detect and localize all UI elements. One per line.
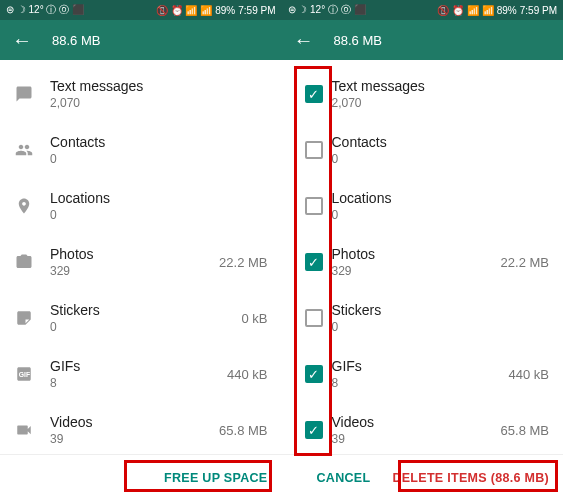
delete-items-button[interactable]: DELETE ITEMS (88.6 MB) [392,471,549,485]
text-col: Text messages 2,070 [50,78,208,110]
checkbox[interactable]: ✓ [305,365,323,383]
check-col: ✓ [296,365,332,383]
list-item[interactable]: Locations 0 [0,178,282,234]
item-size: 65.8 MB [489,423,549,438]
item-label: Videos [50,414,208,430]
item-label: Contacts [50,134,208,150]
item-label: Contacts [332,134,490,150]
item-label: Videos [332,414,490,430]
icon-col [14,85,50,103]
text-col: Contacts 0 [332,134,490,166]
list-item[interactable]: Videos 39 65.8 MB [0,402,282,454]
item-label: Locations [50,190,208,206]
list-item[interactable]: Locations 0 [282,178,564,234]
gif-icon: GIF [14,365,34,383]
list-item[interactable]: Stickers 0 0 kB [0,290,282,346]
text-col: Locations 0 [50,190,208,222]
video-icon [14,421,34,439]
check-col [296,309,332,327]
check-icon: ✓ [308,256,319,269]
clock: 7:59 PM [238,5,275,16]
list-item[interactable]: Contacts 0 [282,122,564,178]
list-item[interactable]: Text messages 2,070 [0,66,282,122]
screen-left: ⊜ ☽ 12° ⓘ ⓞ ⬛ 📵 ⏰ 📶 📶 89% 7:59 PM ← 88.6… [0,0,282,500]
list-item[interactable]: Contacts 0 [0,122,282,178]
header-size: 88.6 MB [334,33,382,48]
signal-icons: 📵 ⏰ 📶 📶 [437,5,493,16]
item-label: GIFs [332,358,490,374]
item-size: 0 kB [208,311,268,326]
contacts-icon [14,141,34,159]
sticker-icon [14,309,34,327]
icon-col [14,421,50,439]
checkbox[interactable]: ✓ [305,421,323,439]
checkbox[interactable]: ✓ [305,253,323,271]
checkbox[interactable] [305,141,323,159]
icon-col: GIF [14,365,50,383]
item-count: 0 [332,320,490,334]
text-col: Videos 39 [332,414,490,446]
item-count: 2,070 [50,96,208,110]
status-left: ⊜ ☽ 12° ⓘ ⓞ ⬛ [6,3,84,17]
item-size: 22.2 MB [208,255,268,270]
list-item[interactable]: ✓ Photos 329 22.2 MB [282,234,564,290]
item-size: 440 kB [489,367,549,382]
item-count: 0 [332,152,490,166]
item-count: 39 [332,432,490,446]
camera-icon [14,253,34,271]
item-count: 2,070 [332,96,490,110]
list-item[interactable]: GIF GIFs 8 440 kB [0,346,282,402]
list-item[interactable]: ✓ Videos 39 65.8 MB [282,402,564,454]
check-col [296,197,332,215]
footer: CANCEL DELETE ITEMS (88.6 MB) [282,454,564,500]
text-col: Photos 329 [332,246,490,278]
item-label: Stickers [332,302,490,318]
check-col: ✓ [296,421,332,439]
list-item[interactable]: ✓ Text messages 2,070 [282,66,564,122]
item-label: Text messages [50,78,208,94]
item-count: 39 [50,432,208,446]
checkbox[interactable]: ✓ [305,85,323,103]
text-col: Contacts 0 [50,134,208,166]
battery-level: 89% [215,5,235,16]
item-label: Photos [50,246,208,262]
check-icon: ✓ [308,368,319,381]
item-count: 0 [332,208,490,222]
text-col: Photos 329 [50,246,208,278]
item-count: 329 [332,264,490,278]
location-icon [14,197,34,215]
status-bar: ⊜ ☽ 12° ⓘ ⓞ ⬛ 📵 ⏰ 📶 📶 89% 7:59 PM [0,0,282,20]
status-right: 📵 ⏰ 📶 📶 89% 7:59 PM [437,5,557,16]
signal-icons: 📵 ⏰ 📶 📶 [156,5,212,16]
text-col: Stickers 0 [332,302,490,334]
item-size: 440 kB [208,367,268,382]
clock: 7:59 PM [520,5,557,16]
checkbox[interactable] [305,309,323,327]
check-col [296,141,332,159]
text-col: GIFs 8 [50,358,208,390]
app-header: ← 88.6 MB [0,20,282,60]
back-icon[interactable]: ← [294,29,314,52]
item-count: 0 [50,208,208,222]
message-icon [14,85,34,103]
text-col: Stickers 0 [50,302,208,334]
list-item[interactable]: ✓ GIFs 8 440 kB [282,346,564,402]
battery-level: 89% [497,5,517,16]
check-icon: ✓ [308,424,319,437]
list-item[interactable]: Photos 329 22.2 MB [0,234,282,290]
item-count: 8 [332,376,490,390]
text-col: Locations 0 [332,190,490,222]
checkbox[interactable] [305,197,323,215]
check-col: ✓ [296,253,332,271]
header-size: 88.6 MB [52,33,100,48]
back-icon[interactable]: ← [12,29,32,52]
storage-list-select: ✓ Text messages 2,070 Contacts 0 Locatio… [282,60,564,454]
list-item[interactable]: Stickers 0 [282,290,564,346]
check-col: ✓ [296,85,332,103]
free-up-space-button[interactable]: FREE UP SPACE [164,471,267,485]
item-count: 8 [50,376,208,390]
icon-col [14,253,50,271]
item-label: Locations [332,190,490,206]
svg-text:GIF: GIF [19,371,30,378]
cancel-button[interactable]: CANCEL [316,471,370,485]
